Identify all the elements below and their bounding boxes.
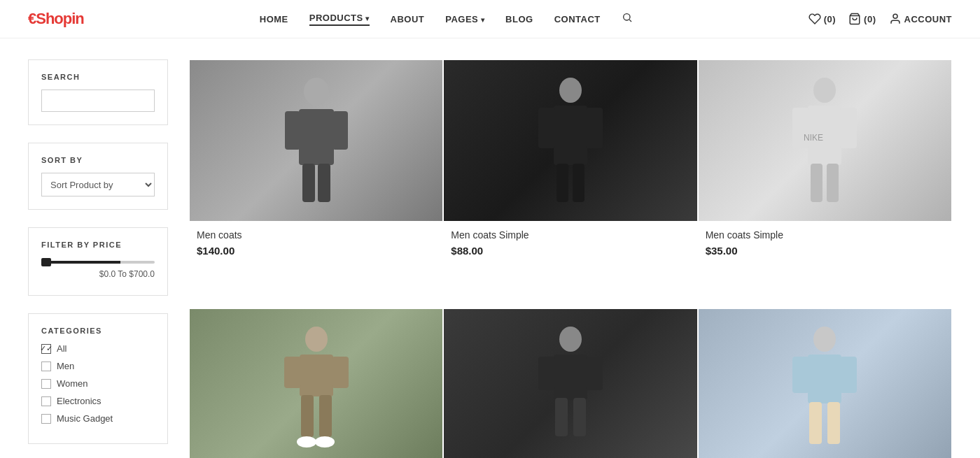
checkbox-electronics[interactable] <box>41 396 51 406</box>
sort-title: SORT BY <box>41 156 155 164</box>
search-title: SEARCH <box>41 73 155 81</box>
product-image-container <box>190 309 442 458</box>
price-label: $0.0 To $700.0 <box>41 269 155 279</box>
svg-rect-32 <box>554 355 587 400</box>
site-header: €Shopin HOME PRODUCTS ABOUT PAGES BLOG C… <box>0 0 980 38</box>
category-electronics[interactable]: Electronics <box>41 396 155 406</box>
category-men[interactable]: Men <box>41 361 155 371</box>
category-electronics-label: Electronics <box>57 396 102 406</box>
product-image-container <box>190 60 442 221</box>
categories-title: CATEGORIES <box>41 327 155 335</box>
svg-rect-35 <box>555 398 568 436</box>
svg-point-31 <box>559 327 582 352</box>
product-card[interactable]: Men coats Simple $88.00 <box>443 59 697 308</box>
product-image-container <box>444 309 696 458</box>
svg-rect-33 <box>538 357 555 390</box>
nav-home[interactable]: HOME <box>260 14 288 24</box>
product-card[interactable]: Men coats $140.00 <box>189 59 443 308</box>
header-actions: (0) (0) ACCOUNT <box>808 13 952 25</box>
category-women[interactable]: Women <box>41 378 155 389</box>
svg-point-23 <box>305 327 328 352</box>
sidebar: SEARCH SORT BY Sort Product by Price: Lo… <box>28 59 168 458</box>
category-list: ✓ All Men Women Electronics Music <box>41 343 155 424</box>
svg-rect-20 <box>811 164 822 202</box>
main-nav: HOME PRODUCTS ABOUT PAGES BLOG CONTACT <box>260 12 633 26</box>
svg-rect-36 <box>573 398 586 436</box>
product-card[interactable]: Mens denim shirt $12.00 <box>698 308 952 458</box>
svg-rect-41 <box>809 402 822 444</box>
sort-select[interactable]: Sort Product by Price: Low to High Price… <box>41 173 155 196</box>
svg-rect-38 <box>808 355 841 403</box>
main-content: SEARCH SORT BY Sort Product by Price: Lo… <box>0 38 980 458</box>
svg-rect-25 <box>284 357 301 388</box>
search-icon-button[interactable] <box>622 12 633 26</box>
product-image-2 <box>444 60 696 221</box>
nav-products[interactable]: PRODUCTS <box>309 13 370 26</box>
svg-rect-27 <box>301 395 314 437</box>
product-image-3: NIKE <box>699 60 951 221</box>
svg-rect-19 <box>840 108 857 148</box>
svg-point-4 <box>304 78 329 106</box>
product-info: Men coats Simple $88.00 <box>444 221 696 267</box>
price-range-slider[interactable] <box>41 261 155 264</box>
price-range-container: $0.0 To $700.0 <box>41 257 155 282</box>
category-all-label: All <box>57 343 66 354</box>
category-music-gadget[interactable]: Music Gadget <box>41 413 155 424</box>
svg-rect-13 <box>586 108 603 148</box>
checkbox-men[interactable] <box>41 362 51 371</box>
svg-point-3 <box>893 14 897 18</box>
svg-point-37 <box>813 327 836 352</box>
price-filter-section: FILTER BY PRICE $0.0 To $700.0 <box>28 227 168 296</box>
svg-rect-9 <box>318 164 330 202</box>
product-price: $35.00 <box>706 245 944 257</box>
svg-rect-28 <box>319 395 332 437</box>
svg-rect-8 <box>302 164 315 202</box>
checkbox-women[interactable] <box>41 379 51 389</box>
svg-text:NIKE: NIKE <box>804 133 823 143</box>
product-card[interactable]: NIKE Men coats Simple $35.00 <box>698 59 952 308</box>
logo-text: hopin <box>46 10 84 27</box>
site-logo[interactable]: €Shopin <box>28 10 84 28</box>
svg-rect-39 <box>792 357 809 393</box>
svg-rect-5 <box>299 109 334 165</box>
product-name: Men coats Simple <box>451 229 690 241</box>
nav-pages[interactable]: PAGES <box>445 14 484 24</box>
svg-rect-12 <box>538 108 555 148</box>
product-image-5 <box>444 309 696 458</box>
nav-about[interactable]: ABOUT <box>391 14 425 24</box>
svg-rect-7 <box>332 111 348 150</box>
nav-contact[interactable]: CONTACT <box>554 14 601 24</box>
product-image-1 <box>190 60 442 221</box>
product-card[interactable]: Snicker shoes $160.00 <box>189 308 443 458</box>
svg-rect-40 <box>840 357 857 393</box>
search-input[interactable] <box>41 90 155 112</box>
svg-point-0 <box>623 14 629 20</box>
checkbox-all[interactable]: ✓ <box>41 344 51 354</box>
category-women-label: Women <box>57 378 88 389</box>
product-info: Men coats Simple $35.00 <box>699 221 951 267</box>
category-all[interactable]: ✓ All <box>41 343 155 354</box>
product-image-container <box>699 309 951 458</box>
product-name: Men coats Simple <box>706 229 944 241</box>
product-image-container <box>444 60 696 221</box>
category-men-label: Men <box>57 361 74 371</box>
svg-rect-11 <box>554 106 587 165</box>
cart-button[interactable]: (0) <box>848 13 876 25</box>
product-card[interactable]: Snicker for men $154.00 <box>443 308 697 458</box>
cart-count: (0) <box>864 14 876 24</box>
product-grid: Men coats $140.00 Men <box>189 59 952 458</box>
product-image-4 <box>190 309 442 458</box>
nav-blog[interactable]: BLOG <box>505 14 533 24</box>
search-section: SEARCH <box>28 59 168 125</box>
product-price: $88.00 <box>451 245 690 257</box>
svg-rect-15 <box>573 164 584 202</box>
checkbox-music-gadget[interactable] <box>41 414 51 424</box>
wishlist-button[interactable]: (0) <box>808 13 836 25</box>
svg-rect-14 <box>556 164 568 202</box>
wishlist-count: (0) <box>824 14 836 24</box>
svg-point-30 <box>315 436 335 448</box>
product-info: Men coats $140.00 <box>190 221 442 267</box>
account-button[interactable]: ACCOUNT <box>889 13 953 25</box>
svg-point-16 <box>813 78 836 103</box>
account-label: ACCOUNT <box>904 14 953 24</box>
